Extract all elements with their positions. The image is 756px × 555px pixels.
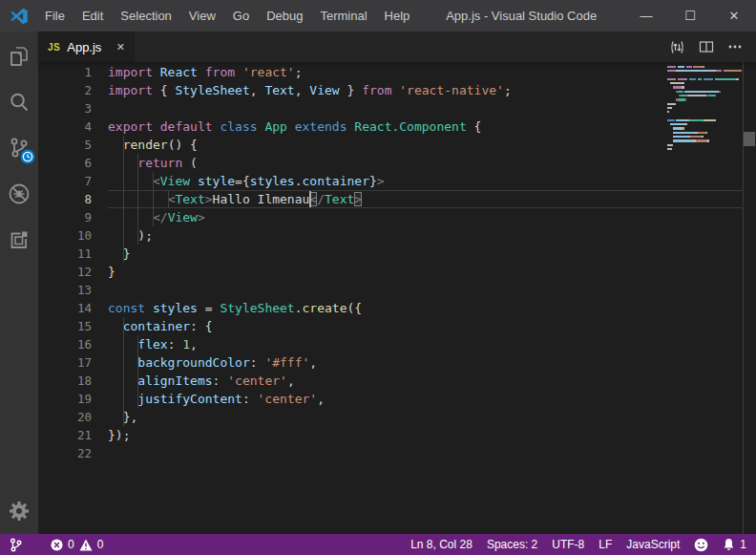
code-line[interactable]: 15 container: { bbox=[38, 317, 756, 335]
git-branch-icon[interactable] bbox=[10, 538, 22, 552]
minimize-button[interactable]: — bbox=[624, 0, 668, 32]
code-line[interactable]: 7 <View style={styles.container}> bbox=[38, 172, 756, 190]
code-line[interactable]: 2import { StyleSheet, Text, View } from … bbox=[38, 81, 756, 99]
code-token: 1 bbox=[182, 337, 190, 352]
code-token: StyleSheet bbox=[175, 83, 249, 97]
sync-clock-badge bbox=[20, 149, 35, 164]
line-number[interactable]: 13 bbox=[38, 281, 92, 299]
source-control-icon[interactable] bbox=[0, 125, 38, 171]
code-line[interactable]: 12} bbox=[38, 263, 756, 281]
code-line[interactable]: 4export default class App extends React.… bbox=[38, 117, 756, 136]
eol-status[interactable]: LF bbox=[598, 538, 612, 551]
code-line[interactable]: 9 </View> bbox=[38, 208, 756, 226]
code-line[interactable]: 14const styles = StyleSheet.create({ bbox=[38, 299, 756, 317]
line-number[interactable]: 19 bbox=[38, 390, 92, 408]
line-number[interactable]: 18 bbox=[38, 372, 92, 390]
code-line[interactable]: 22 bbox=[38, 444, 756, 462]
code-token: { bbox=[467, 119, 482, 134]
code-line[interactable]: 3 bbox=[38, 99, 756, 117]
code-token: alignItems bbox=[137, 374, 212, 388]
line-number[interactable]: 10 bbox=[38, 226, 92, 245]
extensions-icon[interactable] bbox=[0, 217, 38, 263]
feedback-smiley-icon[interactable] bbox=[694, 538, 708, 552]
line-number[interactable]: 7 bbox=[38, 172, 92, 190]
code-token: flex bbox=[137, 337, 167, 352]
code-line[interactable]: 11 } bbox=[38, 245, 756, 263]
maximize-button[interactable]: ☐ bbox=[668, 0, 712, 32]
line-number[interactable]: 15 bbox=[38, 317, 92, 335]
menu-help[interactable]: Help bbox=[376, 0, 419, 32]
indentation-status[interactable]: Spaces: 2 bbox=[487, 538, 537, 551]
code-line[interactable]: 6 return ( bbox=[38, 154, 756, 172]
line-number[interactable]: 5 bbox=[38, 136, 92, 154]
minimap[interactable] bbox=[667, 65, 742, 156]
code-line[interactable]: 21}); bbox=[38, 426, 756, 444]
tab-appjs[interactable]: JS App.js ✕ bbox=[38, 32, 135, 62]
menu-terminal[interactable]: Terminal bbox=[311, 0, 375, 32]
scrollbar-strip[interactable] bbox=[743, 62, 756, 534]
code-token: : bbox=[242, 392, 258, 406]
tab-close-icon[interactable]: ✕ bbox=[116, 41, 125, 53]
menu-go[interactable]: Go bbox=[224, 0, 258, 32]
code-line[interactable]: 10 ); bbox=[38, 226, 756, 245]
code-line[interactable]: 20 }, bbox=[38, 408, 756, 426]
code-token: 'center' bbox=[258, 392, 318, 406]
menu-edit[interactable]: Edit bbox=[74, 0, 112, 32]
code-line[interactable]: 17 backgroundColor: '#fff', bbox=[38, 353, 756, 372]
menu-debug[interactable]: Debug bbox=[258, 0, 311, 32]
code-lines[interactable]: 1import React from 'react';2import { Sty… bbox=[38, 62, 756, 462]
menu-file[interactable]: File bbox=[36, 0, 74, 32]
encoding-status[interactable]: UTF-8 bbox=[552, 538, 584, 551]
code-token: } bbox=[108, 246, 130, 261]
notifications[interactable]: 1 bbox=[723, 538, 746, 551]
code-line[interactable]: 18 alignItems: 'center', bbox=[38, 372, 756, 390]
line-number[interactable]: 1 bbox=[38, 63, 92, 81]
line-number[interactable]: 8 bbox=[38, 190, 92, 208]
menu-selection[interactable]: Selection bbox=[112, 0, 179, 32]
code-token bbox=[287, 119, 295, 134]
line-number[interactable]: 11 bbox=[38, 245, 92, 263]
open-changes-icon[interactable] bbox=[669, 39, 685, 55]
code-token bbox=[235, 65, 242, 79]
code-line[interactable]: 16 flex: 1, bbox=[38, 335, 756, 353]
code-line[interactable]: 8 <Text>Hallo Ilmenau</Text> bbox=[38, 190, 756, 208]
split-editor-icon[interactable] bbox=[699, 39, 714, 54]
menu-view[interactable]: View bbox=[180, 0, 224, 32]
line-number[interactable]: 14 bbox=[38, 299, 92, 317]
explorer-icon[interactable] bbox=[0, 33, 38, 79]
language-mode[interactable]: JavaScript bbox=[626, 538, 680, 551]
indent-guide bbox=[137, 154, 138, 172]
code-line[interactable]: 19 justifyContent: 'center', bbox=[38, 390, 756, 408]
line-number[interactable]: 9 bbox=[38, 208, 92, 226]
code-line[interactable]: 13 bbox=[38, 281, 756, 299]
indent-guide bbox=[153, 208, 154, 226]
code-line[interactable]: 1import React from 'react'; bbox=[38, 63, 756, 81]
search-icon[interactable] bbox=[0, 79, 38, 125]
line-number[interactable]: 12 bbox=[38, 263, 92, 281]
line-number[interactable]: 6 bbox=[38, 154, 92, 172]
editor-body[interactable]: 1import React from 'react';2import { Sty… bbox=[38, 62, 756, 534]
line-number[interactable]: 4 bbox=[38, 117, 92, 136]
indent-guide bbox=[123, 190, 124, 208]
close-button[interactable]: ✕ bbox=[712, 0, 756, 32]
problems-status[interactable]: 0 0 bbox=[51, 538, 103, 551]
editor-pane: JS App.js ✕ bbox=[38, 32, 756, 534]
code-token: class bbox=[220, 119, 257, 134]
code-token: () { bbox=[168, 138, 198, 152]
code-token: App bbox=[264, 119, 286, 134]
line-number[interactable]: 21 bbox=[38, 426, 92, 444]
line-number[interactable]: 20 bbox=[38, 408, 92, 426]
line-number[interactable]: 2 bbox=[38, 81, 92, 99]
indent-guide bbox=[137, 226, 138, 245]
line-number[interactable]: 3 bbox=[38, 99, 92, 117]
code-line[interactable]: 5 render() { bbox=[38, 136, 756, 154]
settings-gear-icon[interactable] bbox=[0, 488, 38, 534]
line-number[interactable]: 16 bbox=[38, 335, 92, 353]
debug-icon[interactable] bbox=[0, 171, 38, 217]
cursor-position[interactable]: Ln 8, Col 28 bbox=[410, 538, 472, 551]
code-token: : { bbox=[190, 319, 212, 333]
line-number[interactable]: 22 bbox=[38, 444, 92, 462]
code-token: ; bbox=[295, 65, 303, 79]
line-number[interactable]: 17 bbox=[38, 353, 92, 372]
more-actions-icon[interactable] bbox=[727, 39, 743, 54]
